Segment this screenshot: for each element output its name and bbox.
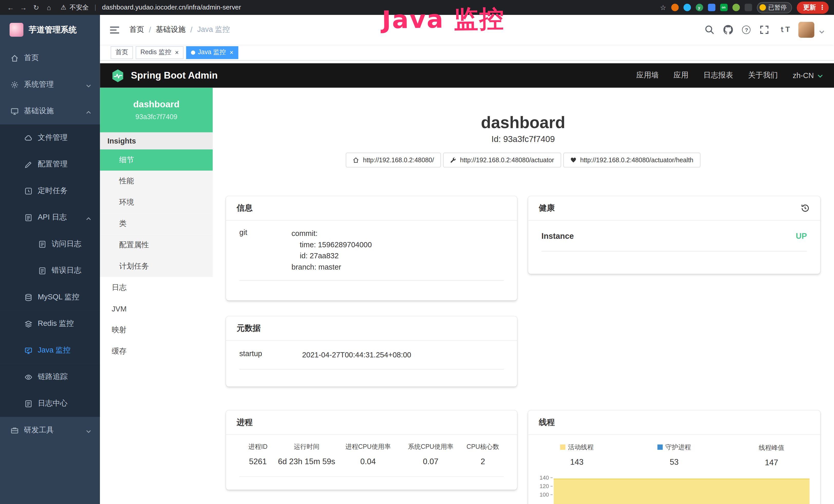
instance-link-0[interactable]: http://192.168.0.2:48080/ — [346, 153, 441, 167]
sba-insight-item-5[interactable]: 计划任务 — [100, 256, 213, 277]
sba-content: dashboard Id: 93a3fc7f7409 http://192.16… — [213, 88, 834, 504]
sba-insight-item-2[interactable]: 环境 — [100, 192, 213, 213]
timer-icon — [24, 187, 32, 195]
sba-insight-item-3[interactable]: 类 — [100, 213, 213, 234]
address-bar[interactable]: ⚠ 不安全 | dashboard.yudao.iocoder.cn/infra… — [61, 3, 241, 12]
active-tab-dot — [191, 50, 195, 55]
sidebar-item-devtools[interactable]: 研发工具 — [0, 417, 100, 444]
process-table: 进程ID运行时间进程CPU使用率系统CPU使用率CPU核心数 52616d 23… — [239, 442, 504, 477]
sba-nav-item-0[interactable]: 应用墙 — [636, 71, 659, 80]
sba-brand[interactable]: Spring Boot Admin — [111, 68, 218, 83]
sidebar-item-error-log[interactable]: 错误日志 — [0, 257, 100, 284]
cards-right-column: 健康 — [528, 196, 820, 504]
browser-home-icon[interactable]: ⌂ — [44, 2, 54, 13]
sidebar-item-trace[interactable]: 链路追踪 — [0, 364, 100, 390]
help-icon[interactable]: ? — [742, 25, 751, 34]
avatar-caret-down-icon[interactable] — [819, 27, 825, 32]
sidebar-logo[interactable]: 芋道管理系统 — [0, 15, 100, 45]
sba-nav-item-3[interactable]: 关于我们 — [748, 71, 778, 80]
sba-logo-icon — [111, 68, 125, 83]
back-icon[interactable]: ← — [5, 2, 16, 13]
sba-root-item-2[interactable]: 映射 — [100, 320, 213, 341]
bookmark-star-icon[interactable]: ☆ — [660, 3, 666, 11]
address-divider: | — [94, 4, 96, 11]
locale-selector[interactable]: zh-CN — [793, 71, 823, 79]
close-icon[interactable]: × — [175, 49, 179, 56]
breadcrumb-item-1[interactable]: 基础设施 — [156, 25, 186, 35]
browser-toolbar: ← → ↻ ⌂ ⚠ 不安全 | dashboard.yudao.iocoder.… — [0, 0, 834, 15]
sidebar-item-system[interactable]: 系统管理 — [0, 71, 100, 98]
doc-icon — [38, 267, 46, 275]
toolbox-icon — [10, 426, 19, 434]
sidebar-item-access-log[interactable]: 访问日志 — [0, 231, 100, 257]
sidebar-item-api-log[interactable]: API 日志 — [0, 204, 100, 231]
extension-icon[interactable]: y — [696, 4, 703, 11]
sba-nav-item-1[interactable]: 应用 — [674, 71, 688, 80]
sba-instance-header[interactable]: dashboard 93a3fc7f7409 — [100, 88, 213, 133]
user-avatar[interactable] — [798, 22, 814, 38]
history-icon[interactable] — [800, 204, 810, 212]
process-card-header: 进程 — [226, 411, 517, 435]
sba-insight-item-1[interactable]: 性能 — [100, 171, 213, 192]
sidebar-item-config[interactable]: 配置管理 — [0, 151, 100, 178]
chrome-menu-icon[interactable]: ⋮ — [819, 4, 826, 11]
forward-icon[interactable]: → — [18, 2, 28, 13]
chevron-down-icon — [86, 427, 91, 433]
sba-insight-item-0[interactable]: 细节 — [100, 150, 213, 171]
sidebar-item-java[interactable]: Java 监控 — [0, 337, 100, 364]
sidebar-item-home[interactable]: 首页 — [0, 45, 100, 71]
sba-nav-item-2[interactable]: 日志报表 — [703, 71, 733, 80]
tab-1[interactable]: Redis 监控× — [136, 46, 183, 59]
extension-icon[interactable]: on — [720, 4, 727, 11]
emoji-face-icon — [759, 4, 766, 11]
sidebar-item-mysql[interactable]: MySQL 监控 — [0, 284, 100, 311]
sba-insight-item-4[interactable]: 配置属性 — [100, 234, 213, 256]
extension-icon[interactable] — [732, 4, 740, 11]
logo-image — [9, 23, 23, 37]
reload-icon[interactable]: ↻ — [31, 2, 41, 13]
font-size-icon[interactable]: ｔT — [778, 25, 789, 35]
gear-icon — [10, 81, 19, 89]
instance-links: http://192.168.0.2:48080/http://192.168.… — [226, 153, 820, 167]
fullscreen-icon[interactable] — [760, 25, 769, 35]
hamburger-icon[interactable] — [110, 26, 120, 33]
sidebar-menu: 首页系统管理基础设施文件管理配置管理定时任务API 日志访问日志错误日志MySQ… — [0, 45, 100, 443]
sidebar-item-log-center[interactable]: 日志中心 — [0, 390, 100, 417]
paused-badge[interactable]: 已暂停 — [757, 2, 792, 13]
page-header: 首页/基础设施/Java 监控 ? — [100, 15, 834, 45]
sba-sidebar: dashboard 93a3fc7f7409 Insights 细节性能环境类配… — [100, 88, 213, 504]
sidebar-item-infra[interactable]: 基础设施 — [0, 98, 100, 124]
sba-frame: Spring Boot Admin 应用墙应用日志报表关于我们zh-CN das… — [100, 61, 834, 504]
browser-actions: ☆ y on 已暂停 更新 ⋮ — [660, 1, 829, 14]
instance-link-1[interactable]: http://192.168.0.2:48080/actuator — [443, 153, 561, 167]
breadcrumb-item-0[interactable]: 首页 — [129, 25, 144, 35]
search-icon[interactable] — [705, 25, 715, 35]
extension-icon[interactable] — [671, 4, 678, 11]
github-icon[interactable] — [724, 25, 733, 35]
db-icon — [24, 293, 32, 301]
insights-menu: 细节性能环境类配置属性计划任务 — [100, 150, 213, 277]
extension-icon[interactable] — [683, 4, 691, 11]
sba-root-menu: 日志JVM映射缓存 — [100, 277, 213, 362]
metadata-card: 元数据 startup 2021-04-27T00:44:31.254+08:0… — [226, 316, 517, 386]
process-column-header: CPU核心数 — [462, 442, 504, 451]
sidebar-item-file[interactable]: 文件管理 — [0, 124, 100, 151]
tab-2[interactable]: Java 监控× — [186, 46, 238, 59]
process-table-values: 52616d 23h 15m 59s0.040.072 — [239, 451, 504, 466]
sba-root-item-0[interactable]: 日志 — [100, 277, 213, 298]
puzzle-extension-icon[interactable] — [744, 4, 752, 11]
sidebar-item-redis[interactable]: Redis 监控 — [0, 311, 100, 337]
sba-root-item-3[interactable]: 缓存 — [100, 341, 213, 362]
screen-icon — [24, 346, 32, 354]
monitor-icon — [10, 107, 19, 115]
home-icon — [10, 54, 19, 62]
tab-0[interactable]: 首页 — [111, 46, 133, 59]
close-icon[interactable]: × — [229, 49, 234, 56]
process-column-header: 进程ID — [239, 442, 277, 451]
instance-link-2[interactable]: http://192.168.0.2:48080/actuator/health — [563, 153, 700, 167]
screen: ← → ↻ ⌂ ⚠ 不安全 | dashboard.yudao.iocoder.… — [0, 0, 834, 504]
update-button[interactable]: 更新 ⋮ — [797, 1, 829, 14]
sba-root-item-1[interactable]: JVM — [100, 298, 213, 320]
extension-icon[interactable] — [708, 4, 715, 11]
sidebar-item-job[interactable]: 定时任务 — [0, 178, 100, 204]
